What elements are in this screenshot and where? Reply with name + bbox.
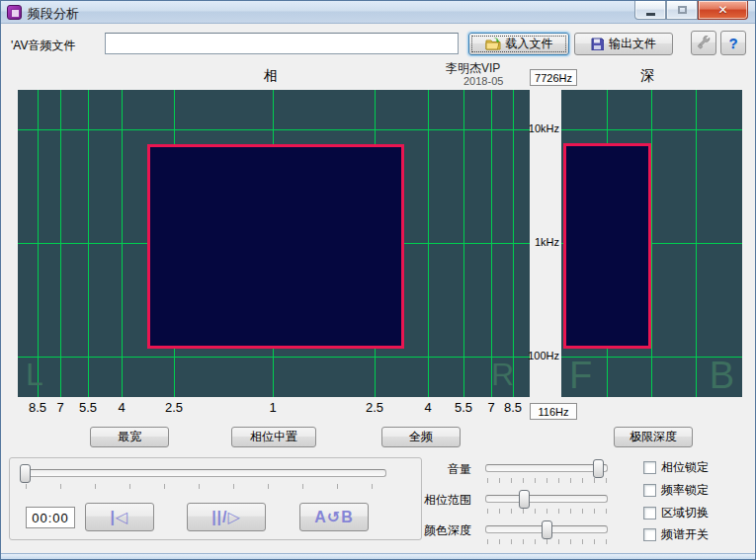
phase-range-label: 相位范围 <box>418 492 471 509</box>
close-button[interactable]: ✕ <box>698 1 748 20</box>
region-switch-checkbox[interactable] <box>643 507 656 520</box>
depth-selection-region[interactable] <box>563 143 651 349</box>
x-axis-label: 4 <box>105 400 138 415</box>
grid-line <box>18 129 530 130</box>
ab-repeat-button[interactable]: A↺B <box>299 503 369 531</box>
color-depth-slider-ticks <box>487 539 610 544</box>
phase-center-button[interactable]: 相位中置 <box>231 427 316 447</box>
phase-range-slider-ticks <box>487 509 610 514</box>
window-frame-bottom <box>1 553 755 559</box>
seek-slider-ticks <box>26 484 388 489</box>
region-switch-checkbox-row[interactable]: 区域切换 <box>643 505 709 521</box>
wrench-icon <box>697 36 712 50</box>
phase-selection-region[interactable] <box>147 144 404 349</box>
skip-to-start-button[interactable]: |◁ <box>85 503 154 531</box>
window-controls: ✕ <box>634 1 748 20</box>
limit-depth-button[interactable]: 极限深度 <box>614 427 693 447</box>
x-axis-label: 5.5 <box>71 400 105 415</box>
time-display: 00:00 <box>26 507 75 528</box>
play-pause-button[interactable]: ||/▷ <box>187 503 266 531</box>
frequency-lock-checkbox[interactable] <box>643 484 656 497</box>
region-switch-label: 区域切换 <box>661 505 709 521</box>
freq-axis-10khz: 10kHz <box>515 122 559 134</box>
load-file-label: 载入文件 <box>506 36 553 52</box>
x-axis-label: 2.5 <box>358 400 391 415</box>
corner-label-right: R <box>491 357 514 393</box>
maximize-button[interactable] <box>666 1 698 20</box>
grid-line <box>561 129 742 130</box>
settings-wrench-button[interactable] <box>691 31 716 55</box>
corner-label-back: B <box>710 355 734 397</box>
maximize-icon <box>678 6 687 14</box>
color-depth-slider-thumb[interactable] <box>542 520 552 539</box>
output-file-label: 输出文件 <box>609 36 656 52</box>
spectrum-switch-checkbox[interactable] <box>643 528 656 541</box>
x-axis-label: 2.5 <box>157 400 191 415</box>
phase-lock-checkbox-row[interactable]: 相位锁定 <box>643 459 709 476</box>
full-frequency-button[interactable]: 全频 <box>381 427 461 447</box>
color-depth-label: 颜色深度 <box>418 522 471 539</box>
help-button[interactable]: ? <box>720 31 746 55</box>
title-bar[interactable]: 频段分析 ✕ <box>1 1 755 24</box>
audio-file-input[interactable] <box>105 33 459 54</box>
widest-button[interactable]: 最宽 <box>90 427 169 447</box>
audio-file-label: 'AV音频文件 <box>11 38 75 54</box>
corner-label-left: L <box>26 357 43 393</box>
seek-slider-thumb[interactable] <box>20 464 31 483</box>
output-file-button[interactable]: 输出文件 <box>574 33 673 55</box>
seek-slider[interactable] <box>24 469 386 477</box>
bottom-frequency-readout: 116Hz <box>530 403 577 420</box>
phase-chart[interactable]: L R <box>18 90 530 397</box>
volume-label: 音量 <box>418 461 471 478</box>
freq-axis-1khz: 1kHz <box>515 236 559 248</box>
minimize-icon <box>646 13 655 16</box>
app-icon <box>7 5 22 20</box>
volume-slider-thumb[interactable] <box>593 459 604 478</box>
save-disk-icon <box>591 38 604 50</box>
window-title: 频段分析 <box>28 5 79 23</box>
x-axis-label: 1 <box>256 400 290 415</box>
phase-lock-checkbox[interactable] <box>643 461 656 474</box>
load-file-button[interactable]: 载入文件 <box>468 33 569 55</box>
x-axis-label: 4 <box>411 400 445 415</box>
spectrum-switch-checkbox-row[interactable]: 频谱开关 <box>643 526 709 543</box>
phase-chart-title: 相 <box>264 67 278 85</box>
top-frequency-readout: 7726Hz <box>530 69 577 86</box>
open-folder-icon <box>485 38 501 50</box>
volume-slider-ticks <box>487 478 610 483</box>
x-axis-label: 8.5 <box>496 400 530 415</box>
freq-axis-100hz: 100Hz <box>515 350 559 361</box>
watermark-date: 2018-05 <box>463 75 503 87</box>
frequency-lock-checkbox-row[interactable]: 频率锁定 <box>643 482 709 499</box>
depth-chart[interactable]: F B <box>561 90 742 397</box>
phase-range-slider-thumb[interactable] <box>519 490 530 509</box>
phase-range-slider[interactable] <box>485 495 608 503</box>
corner-label-front: F <box>569 355 592 397</box>
grid-line <box>18 357 530 358</box>
minimize-button[interactable] <box>634 1 666 20</box>
depth-chart-title: 深 <box>640 67 654 85</box>
color-depth-slider[interactable] <box>485 525 608 533</box>
phase-lock-label: 相位锁定 <box>661 459 709 476</box>
volume-slider[interactable] <box>485 464 608 472</box>
frequency-lock-label: 频率锁定 <box>661 482 709 499</box>
app-window: 频段分析 ✕ 'AV音频文件 载入文件 输出文件 ? 相 深 李明杰VIP 20… <box>0 0 756 560</box>
spectrum-switch-label: 频谱开关 <box>661 526 709 543</box>
